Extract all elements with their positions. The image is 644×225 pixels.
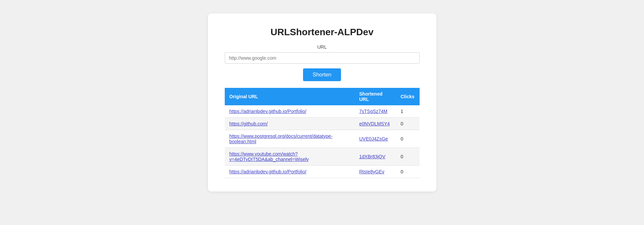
original-url-cell: https://www.postgresql.org/docs/current/…: [225, 130, 355, 148]
table-row: https://github.com/e0NVDLMSY40: [225, 118, 420, 130]
shortened-url-cell: e0NVDLMSY4: [354, 118, 396, 130]
original-url-cell: https://adrianlpdev.github.io/Portfolio/: [225, 105, 355, 118]
shorten-button[interactable]: Shorten: [303, 68, 341, 81]
original-url-cell: https://www.youtube.com/watch?v=4eDTyDIT…: [225, 148, 355, 166]
clicks-cell: 0: [396, 148, 420, 166]
url-label: URL: [225, 44, 420, 50]
app-title: URLShortener-ALPDev: [225, 27, 420, 38]
clicks-cell: 0: [396, 118, 420, 130]
table-row: https://adrianlpdev.github.io/Portfolio/…: [225, 105, 420, 118]
shortened-url-cell: UVE0J4ZsGe: [354, 130, 396, 148]
table-row: https://adrianlpdev.github.io/Portfolio/…: [225, 166, 420, 178]
main-card: URLShortener-ALPDev URL Shorten Original…: [208, 13, 436, 191]
shortened-url-link[interactable]: 1dXBr83jQV: [359, 154, 385, 159]
clicks-cell: 1: [396, 105, 420, 118]
original-url-header: Original URL: [225, 88, 355, 105]
shortened-url-cell: 1dXBr83jQV: [354, 148, 396, 166]
original-url-link[interactable]: https://www.postgresql.org/docs/current/…: [229, 133, 333, 144]
clicks-header: Clicks: [396, 88, 420, 105]
table-row: https://www.youtube.com/watch?v=4eDTyDIT…: [225, 148, 420, 166]
original-url-link[interactable]: https://adrianlpdev.github.io/Portfolio/: [229, 169, 306, 174]
url-input[interactable]: [225, 52, 420, 64]
shortened-url-cell: 7sTSgSz74M: [354, 105, 396, 118]
table-header-row: Original URL Shortened URL Clicks: [225, 88, 420, 105]
shortened-url-cell: RtsIe8yGEv: [354, 166, 396, 178]
clicks-cell: 0: [396, 166, 420, 178]
clicks-cell: 0: [396, 130, 420, 148]
shortened-url-link[interactable]: 7sTSgSz74M: [359, 109, 387, 114]
original-url-cell: https://adrianlpdev.github.io/Portfolio/: [225, 166, 355, 178]
shortened-url-link[interactable]: e0NVDLMSY4: [359, 121, 390, 126]
table-row: https://www.postgresql.org/docs/current/…: [225, 130, 420, 148]
original-url-cell: https://github.com/: [225, 118, 355, 130]
shortened-url-header: Shortened URL: [354, 88, 396, 105]
shortened-url-link[interactable]: UVE0J4ZsGe: [359, 136, 388, 142]
original-url-link[interactable]: https://adrianlpdev.github.io/Portfolio/: [229, 109, 306, 114]
original-url-link[interactable]: https://github.com/: [229, 121, 268, 126]
shortened-url-link[interactable]: RtsIe8yGEv: [359, 169, 384, 174]
original-url-link[interactable]: https://www.youtube.com/watch?v=4eDTyDIT…: [229, 151, 309, 162]
urls-table: Original URL Shortened URL Clicks https:…: [225, 88, 420, 178]
